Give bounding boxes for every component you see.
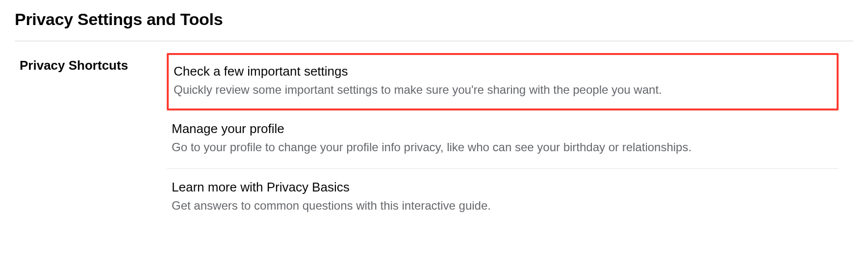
content-row: Privacy Shortcuts Check a few important … — [15, 53, 853, 226]
shortcut-title: Check a few important settings — [174, 64, 832, 79]
shortcut-learn-more-privacy-basics[interactable]: Learn more with Privacy Basics Get answe… — [167, 169, 839, 226]
section-label-privacy-shortcuts: Privacy Shortcuts — [15, 53, 167, 73]
header-divider — [15, 41, 853, 41]
shortcut-description: Get answers to common questions with thi… — [172, 198, 834, 214]
shortcuts-list: Check a few important settings Quickly r… — [167, 53, 853, 226]
shortcut-check-important-settings[interactable]: Check a few important settings Quickly r… — [167, 53, 839, 110]
shortcut-manage-your-profile[interactable]: Manage your profile Go to your profile t… — [167, 110, 839, 168]
shortcut-title: Manage your profile — [172, 121, 834, 136]
shortcut-description: Go to your profile to change your profil… — [172, 139, 834, 155]
page-title: Privacy Settings and Tools — [15, 10, 853, 29]
shortcut-title: Learn more with Privacy Basics — [172, 180, 834, 195]
shortcut-description: Quickly review some important settings t… — [174, 82, 832, 98]
